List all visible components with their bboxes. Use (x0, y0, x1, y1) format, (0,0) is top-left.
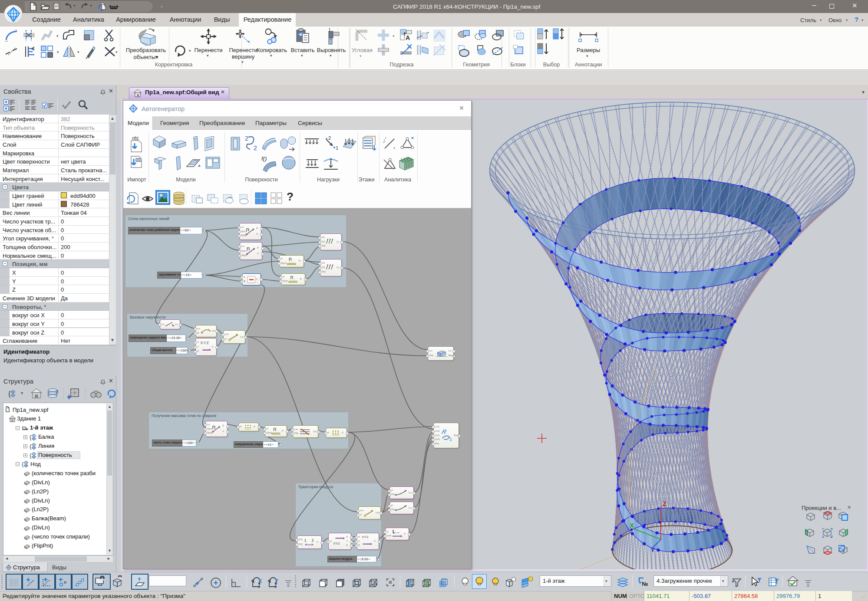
svg-text:2: 2 (245, 135, 248, 142)
svg-text:Z: Z (663, 500, 667, 507)
svg-text:{: { (8, 390, 11, 398)
svg-text:{: { (30, 443, 32, 450)
svg-text:2: 2 (254, 145, 257, 151)
svg-text:№: № (642, 581, 648, 587)
svg-text:X: X (258, 578, 262, 584)
svg-text:A: A (406, 34, 410, 41)
svg-text:2: 2 (450, 437, 452, 442)
svg-text:DXF: DXF (136, 158, 142, 161)
svg-text:2: 2 (312, 538, 314, 542)
svg-text:1: 1 (304, 538, 307, 542)
svg-text:𝑅: 𝑅 (441, 429, 446, 435)
svg-text:f(): f() (261, 155, 267, 162)
svg-text:{: { (22, 461, 24, 467)
svg-text:obj: obj (132, 135, 139, 141)
svg-text:Y: Y (650, 546, 655, 553)
svg-text:2: 2 (328, 135, 331, 141)
svg-text:f: f (57, 390, 59, 394)
svg-text:X: X (630, 522, 634, 529)
svg-text:Y: Y (275, 578, 278, 584)
svg-text:{: { (30, 434, 32, 440)
svg-text:{: { (30, 452, 32, 459)
svg-text:1: 1 (336, 145, 338, 151)
